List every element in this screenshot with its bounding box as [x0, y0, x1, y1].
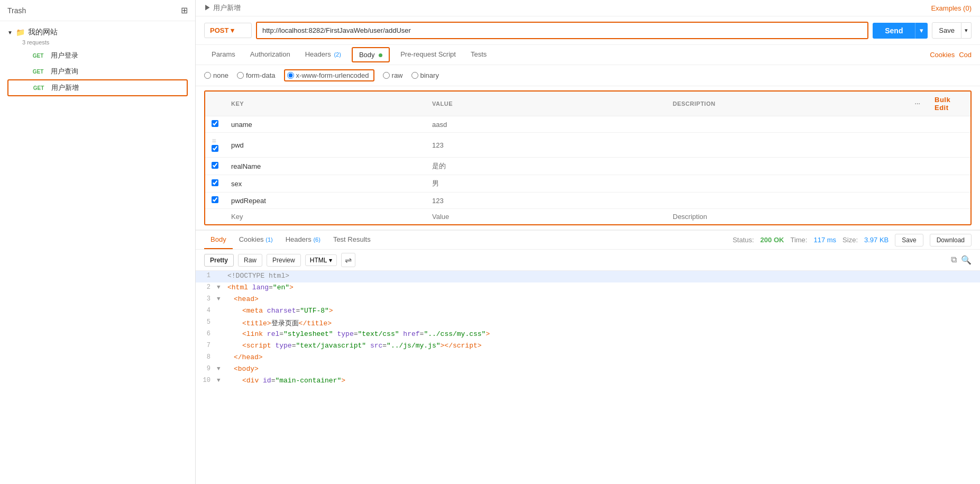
collection-header[interactable]: ▼ 📁 我的网站: [7, 25, 188, 39]
line-content: <link rel="stylesheet" type="text/css" h…: [225, 329, 980, 339]
row-value[interactable]: 是的: [426, 158, 666, 175]
code-link[interactable]: Cod: [959, 51, 972, 59]
line-arrow-icon[interactable]: ▼: [217, 282, 225, 290]
row-desc[interactable]: [666, 116, 907, 133]
radio-none-label: none: [213, 71, 228, 79]
code-line: 6 <link rel="stylesheet" type="text/css"…: [196, 329, 980, 341]
line-arrow: [217, 352, 225, 354]
row-desc[interactable]: [666, 158, 907, 175]
line-arrow-icon[interactable]: ▼: [217, 294, 225, 302]
radio-none[interactable]: none: [204, 71, 228, 79]
tab-tests[interactable]: Tests: [463, 45, 494, 64]
add-row-key-cell[interactable]: [225, 209, 426, 225]
add-row-desc-cell[interactable]: [666, 209, 907, 225]
send-button[interactable]: Send: [873, 23, 915, 39]
add-key-input[interactable]: [231, 213, 419, 221]
sidebar: Trash ⊞ ▼ 📁 我的网站 3 requests GET 用户登录 GET…: [0, 0, 196, 484]
add-desc-input[interactable]: [673, 213, 901, 221]
radio-none-input[interactable]: [204, 72, 211, 79]
row-value[interactable]: aasd: [426, 116, 666, 133]
time-value: 117 ms: [813, 236, 836, 244]
resp-tab-cookies[interactable]: Cookies (1): [233, 231, 279, 249]
row-checkbox-cell[interactable]: [205, 175, 225, 193]
table-row: sex 男: [205, 175, 970, 193]
row-desc[interactable]: [666, 175, 907, 193]
row-value[interactable]: 123: [426, 133, 666, 158]
radio-binary[interactable]: binary: [411, 71, 439, 79]
sidebar-item-add[interactable]: GET 用户新增: [7, 79, 188, 96]
row-desc[interactable]: [666, 133, 907, 158]
method-select[interactable]: POST ▾: [204, 23, 252, 38]
trash-label: Trash: [7, 6, 26, 15]
add-row-value-cell[interactable]: [426, 209, 666, 225]
row-checkbox[interactable]: [212, 196, 218, 203]
radio-urlencoded-input[interactable]: [287, 72, 294, 79]
tab-headers[interactable]: Headers (2): [298, 45, 349, 64]
tab-pre-request[interactable]: Pre-request Script: [393, 45, 463, 64]
sidebar-item-query[interactable]: GET 用户查询: [7, 63, 188, 79]
examples-link[interactable]: Examples (0): [931, 4, 972, 12]
row-value[interactable]: 123: [426, 193, 666, 209]
row-value[interactable]: 男: [426, 175, 666, 193]
radio-raw[interactable]: raw: [383, 71, 403, 79]
row-key[interactable]: sex: [225, 175, 426, 193]
bulk-edit-link[interactable]: Bulk Edit: [935, 96, 950, 112]
request-name: 用户查询: [51, 67, 78, 76]
new-tab-icon[interactable]: ⊞: [181, 5, 188, 15]
radio-urlencoded[interactable]: x-www-form-urlencoded: [284, 69, 374, 81]
line-arrow-icon[interactable]: ▼: [217, 364, 225, 372]
row-checkbox-cell[interactable]: ≡: [205, 133, 225, 158]
row-checkbox[interactable]: [212, 120, 218, 127]
body-type-row: none form-data x-www-form-urlencoded raw…: [196, 65, 980, 86]
response-download-button[interactable]: Download: [930, 234, 972, 246]
response-save-button[interactable]: Save: [895, 234, 923, 246]
breadcrumb: ▶ 用户新增 Examples (0): [196, 0, 980, 16]
resp-tab-test-results[interactable]: Test Results: [327, 231, 377, 249]
row-checkbox-cell[interactable]: [205, 158, 225, 175]
radio-raw-input[interactable]: [383, 72, 390, 79]
preview-button[interactable]: Preview: [267, 254, 301, 267]
resp-tab-body[interactable]: Body: [204, 231, 233, 249]
save-dropdown-button[interactable]: ▾: [961, 22, 972, 39]
request-name: 用户新增: [51, 83, 79, 93]
row-desc[interactable]: [666, 193, 907, 209]
drag-handle-icon[interactable]: ≡: [212, 136, 216, 145]
row-key[interactable]: realName: [225, 158, 426, 175]
row-checkbox[interactable]: [212, 179, 218, 186]
wrap-icon[interactable]: ⇌: [341, 253, 355, 267]
save-button[interactable]: Save: [932, 22, 961, 39]
copy-icon[interactable]: ⧉: [951, 255, 957, 265]
row-checkbox-cell[interactable]: [205, 193, 225, 209]
raw-button[interactable]: Raw: [238, 254, 262, 267]
tab-body[interactable]: Body: [352, 47, 390, 62]
row-key[interactable]: uname: [225, 116, 426, 133]
th-more[interactable]: ···: [907, 92, 928, 116]
format-select[interactable]: HTML ▾: [305, 254, 337, 266]
row-key[interactable]: pwdRepeat: [225, 193, 426, 209]
pretty-button[interactable]: Pretty: [204, 254, 234, 267]
row-checkbox[interactable]: [212, 145, 218, 152]
add-value-input[interactable]: [432, 213, 660, 221]
search-icon[interactable]: 🔍: [961, 255, 972, 265]
row-checkbox-cell[interactable]: [205, 116, 225, 133]
save-group: Save ▾: [932, 22, 972, 39]
radio-form-data[interactable]: form-data: [237, 71, 276, 79]
tab-authorization[interactable]: Authorization: [243, 45, 298, 64]
line-arrow-icon[interactable]: ▼: [217, 376, 225, 383]
send-dropdown-button[interactable]: ▾: [915, 23, 928, 39]
line-content: <title>登录页面</title>: [225, 317, 980, 329]
resp-tab-headers[interactable]: Headers (6): [279, 231, 327, 249]
line-number: 8: [196, 352, 217, 361]
radio-binary-label: binary: [420, 71, 439, 79]
tab-params[interactable]: Params: [204, 45, 243, 64]
row-key[interactable]: pwd: [225, 133, 426, 158]
code-viewer: 1 <!DOCTYPE html> 2 ▼ <html lang="en"> 3…: [196, 271, 980, 484]
row-checkbox[interactable]: [212, 162, 218, 169]
headers-resp-badge: (6): [313, 236, 320, 243]
cookies-link[interactable]: Cookies: [930, 51, 955, 59]
radio-binary-input[interactable]: [411, 72, 418, 79]
url-input[interactable]: [257, 23, 867, 38]
radio-form-data-input[interactable]: [237, 72, 244, 79]
sidebar-item-login[interactable]: GET 用户登录: [7, 48, 188, 63]
table-row: pwdRepeat 123: [205, 193, 970, 209]
